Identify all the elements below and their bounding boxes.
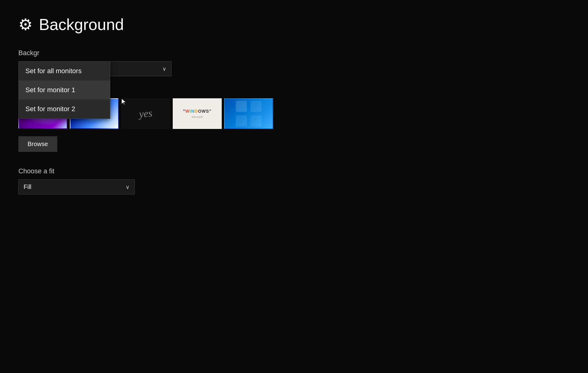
fit-value: Fill	[24, 183, 32, 190]
gear-icon: ⚙	[18, 17, 33, 32]
page-header: ⚙ Background	[18, 15, 257, 34]
windows-title: "WINDOWS"	[183, 109, 211, 114]
background-section-label: Backgr	[18, 49, 257, 57]
yes-text: yes	[139, 107, 153, 120]
wallpaper-thumb-5[interactable]	[224, 98, 273, 129]
chevron-down-icon: ∨	[162, 66, 166, 72]
context-menu-item-set-all[interactable]: Set for all monitors	[19, 62, 110, 81]
wallpaper-thumb-3[interactable]: yes	[121, 98, 170, 129]
wallpaper-thumb-4[interactable]: "WINDOWS" Microsoft	[173, 98, 222, 129]
settings-page: ⚙ Background Backgr Set for all monitors…	[0, 0, 276, 210]
windows-sub: Microsoft	[192, 115, 203, 119]
fit-chevron-down-icon: ∨	[126, 184, 130, 190]
choose-fit-label: Choose a fit	[18, 167, 257, 175]
choose-fit-dropdown[interactable]: Fill ∨	[18, 179, 135, 194]
quote-open: "	[183, 109, 185, 114]
page-title: Background	[39, 15, 124, 34]
context-menu: Set for all monitors Set for monitor 1 S…	[18, 61, 110, 119]
context-menu-item-set-1[interactable]: Set for monitor 1	[19, 81, 110, 100]
context-menu-item-set-2[interactable]: Set for monitor 2	[19, 100, 110, 119]
browse-button[interactable]: Browse	[18, 136, 57, 152]
background-type-dropdown-wrapper: Set for all monitors Set for monitor 1 S…	[18, 61, 135, 76]
